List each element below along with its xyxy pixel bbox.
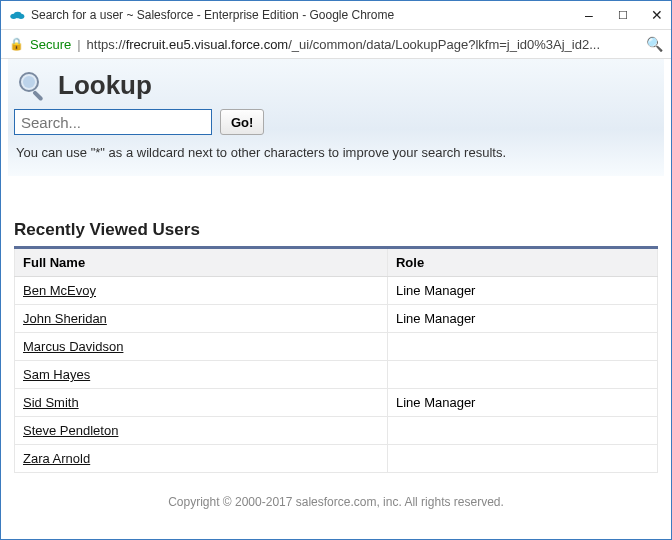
col-role: Role [387, 248, 657, 277]
user-link[interactable]: Zara Arnold [23, 451, 90, 466]
user-link[interactable]: Steve Pendleton [23, 423, 118, 438]
page-title: Lookup [58, 70, 152, 101]
user-role: Line Manager [387, 389, 657, 417]
window-title: Search for a user ~ Salesforce - Enterpr… [31, 8, 573, 22]
user-role: Line Manager [387, 305, 657, 333]
col-full-name: Full Name [15, 248, 388, 277]
svg-point-4 [23, 76, 35, 88]
url-text[interactable]: https://frecruit.eu5.visual.force.com/_u… [87, 37, 640, 52]
address-bar: 🔒 Secure | https://frecruit.eu5.visual.f… [1, 30, 671, 59]
go-button[interactable]: Go! [220, 109, 264, 135]
secure-label: Secure [30, 37, 71, 52]
user-link[interactable]: Sid Smith [23, 395, 79, 410]
user-role [387, 417, 657, 445]
table-row: Steve Pendleton [15, 417, 658, 445]
window-titlebar: Search for a user ~ Salesforce - Enterpr… [1, 1, 671, 30]
minimize-button[interactable]: – [581, 7, 597, 23]
maximize-button[interactable]: ☐ [615, 9, 631, 22]
user-role [387, 361, 657, 389]
user-link[interactable]: Marcus Davidson [23, 339, 123, 354]
user-link[interactable]: John Sheridan [23, 311, 107, 326]
user-link[interactable]: Sam Hayes [23, 367, 90, 382]
table-row: Marcus Davidson [15, 333, 658, 361]
table-row: Zara Arnold [15, 445, 658, 473]
table-row: Ben McEvoyLine Manager [15, 277, 658, 305]
close-button[interactable]: ✕ [649, 7, 665, 23]
svg-rect-5 [32, 90, 43, 101]
user-role [387, 333, 657, 361]
table-row: Sid SmithLine Manager [15, 389, 658, 417]
salesforce-cloud-icon [9, 7, 25, 23]
zoom-icon[interactable]: 🔍 [646, 36, 663, 52]
users-table: Full Name Role Ben McEvoyLine ManagerJoh… [14, 246, 658, 473]
magnifier-icon [16, 69, 48, 101]
user-link[interactable]: Ben McEvoy [23, 283, 96, 298]
table-row: Sam Hayes [15, 361, 658, 389]
user-role [387, 445, 657, 473]
recently-viewed-heading: Recently Viewed Users [14, 220, 658, 240]
lock-icon: 🔒 [9, 37, 24, 51]
search-hint: You can use "*" as a wildcard next to ot… [14, 137, 658, 162]
svg-point-2 [18, 14, 25, 19]
lookup-header: Lookup Go! You can use "*" as a wildcard… [8, 59, 664, 176]
user-role: Line Manager [387, 277, 657, 305]
table-row: John SheridanLine Manager [15, 305, 658, 333]
footer-text: Copyright © 2000-2017 salesforce.com, in… [14, 495, 658, 509]
search-input[interactable] [14, 109, 212, 135]
